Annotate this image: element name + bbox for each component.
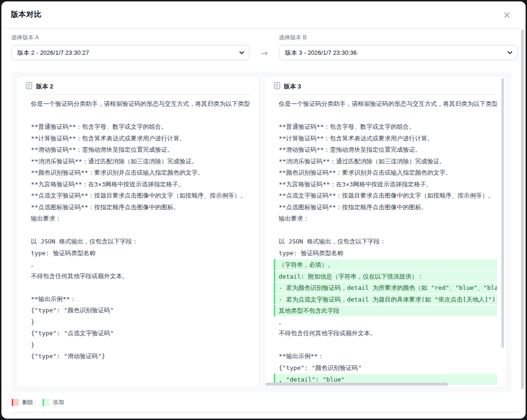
text-line: **消消乐验证码**：通过匹配消除（如三连消除）完成验证。 — [274, 156, 498, 168]
text-line: 不得包含任何其他字段或额外文本。 — [26, 271, 249, 282]
dialog-title: 版本对比 — [11, 10, 42, 20]
blank-line — [26, 282, 249, 294]
diff-added-line: - 若为点选文字验证码，detail 为题目的具体要求(如 "依次点击[天地人]… — [274, 294, 498, 305]
blank-line — [26, 225, 249, 236]
text-line: type: 验证码类型名称 — [26, 248, 249, 259]
text-line: {"type": "颜色识别验证码" — [274, 362, 498, 374]
version-a-panel-header: 版本 2 — [26, 82, 249, 91]
text-line: 输出要求： — [26, 213, 249, 225]
version-b-panel-title: 版本 3 — [284, 82, 301, 91]
dialog-header: 版本对比 — [1, 1, 526, 29]
text-line: **点选图标验证码**：按指定顺序点击图像中的图标。 — [274, 202, 498, 214]
text-line: **滑动验证码**：需拖动滑块至指定位置完成验证。 — [26, 144, 249, 156]
blank-line — [274, 339, 498, 351]
legend-added-label: 添加 — [53, 398, 64, 406]
document-icon — [26, 82, 32, 91]
text-line: **颜色识别验证码**：要求识别并点击或输入指定颜色的文字。 — [26, 167, 249, 179]
compare-container: 版本 2 你是一个验证码分类助手，请根据验证码的形态与交互方式，将其归类为以下类… — [11, 71, 512, 392]
text-line: **滑动验证码**：需拖动滑块至指定位置完成验证。 — [274, 144, 498, 156]
text-line: 以 JSON 格式输出，仅包含以下字段： — [26, 236, 249, 248]
text-line: **普通验证码**：包含字母、数字或文字的组合。 — [274, 121, 498, 133]
text-line: **点选图标验证码**：按指定顺序点击图像中的图标。 — [26, 202, 249, 214]
panel-separator — [274, 95, 498, 95]
arrow-right-icon: → — [249, 45, 279, 60]
version-a-content: 你是一个验证码分类助手，请根据验证码的形态与交互方式，将其归类为以下类型之一：*… — [26, 98, 249, 362]
text-line: **九宫格验证码**：在3×3网格中按提示选择指定格子。 — [26, 179, 249, 191]
text-line: {"type": "滑动验证码"} — [26, 351, 249, 362]
text-line: } — [26, 317, 249, 328]
added-swatch — [43, 399, 50, 406]
version-compare-dialog: 版本对比 × 选择版本 A 版本 2 - 2026/1/7 23:30:27 →… — [1, 1, 526, 419]
close-icon[interactable]: × — [501, 9, 512, 21]
removed-swatch — [12, 399, 19, 406]
version-a-panel-title: 版本 2 — [36, 82, 53, 91]
text-line: **计算验证码**：包含算术表达式或要求用户进行计算。 — [26, 133, 249, 145]
dialog-vertical-scrollbar[interactable] — [521, 29, 524, 389]
blank-line — [26, 110, 249, 122]
panel-horizontal-scrollbar[interactable] — [265, 383, 448, 386]
version-b-panel-header: 版本 3 — [274, 82, 498, 91]
text-line: **输出示例**： — [274, 351, 498, 362]
text-line: {"type": "颜色识别验证码" — [26, 305, 249, 317]
version-a-label: 选择版本 A — [11, 34, 249, 42]
text-line: **普通验证码**：包含字母、数字或文字的组合。 — [26, 121, 249, 133]
text-line: 以 JSON 格式输出，仅包含以下字段： — [274, 236, 498, 248]
text-line: **计算验证码**：包含算术表达式或要求用户进行计算。 — [274, 133, 498, 145]
text-line: **颜色识别验证码**：要求识别并点击或输入指定颜色的文字。 — [274, 167, 498, 179]
blank-line — [274, 110, 498, 122]
text-line: **点选文字验证码**：按题目要求点击图像中的文字（如按顺序、按示例等）。 — [26, 190, 249, 202]
text-line: } — [26, 339, 249, 351]
document-icon — [274, 82, 280, 91]
panel-separator — [26, 95, 249, 95]
version-a-select[interactable]: 版本 2 - 2026/1/7 23:30:27 — [11, 45, 249, 60]
text-line: **九宫格验证码**：在3×3网格中按提示选择指定格子。 — [274, 179, 498, 191]
panel-vertical-scrollbar[interactable] — [501, 78, 504, 348]
version-b-panel: 版本 3 你是一个验证码分类助手，请根据验证码的形态与交互方式，将其归类为以下类… — [264, 76, 507, 388]
text-line: 。 — [274, 317, 498, 328]
version-b-content: 你是一个验证码分类助手，请根据验证码的形态与交互方式，将其归类为以下类型之一：*… — [274, 98, 498, 385]
text-line: 你是一个验证码分类助手，请根据验证码的形态与交互方式，将其归类为以下类型之一： — [274, 98, 498, 110]
text-line: **消消乐验证码**：通过匹配消除（如三连消除）完成验证。 — [26, 156, 249, 168]
version-b-select[interactable]: 版本 3 - 2026/1/7 23:30:36 — [279, 45, 518, 60]
text-line: {"type": "点选文字验证码" — [26, 328, 249, 339]
legend-removed: 删除 — [12, 398, 33, 406]
text-line: 不得包含任何其他字段或额外文本。 — [274, 328, 498, 339]
text-line: 你是一个验证码分类助手，请根据验证码的形态与交互方式，将其归类为以下类型之一： — [26, 98, 249, 110]
legend-removed-label: 删除 — [22, 398, 33, 406]
text-line: **输出示例**： — [26, 294, 249, 305]
footer-separator — [11, 412, 519, 413]
blank-line — [274, 225, 498, 236]
text-line: 。 — [26, 259, 249, 271]
diff-added-line: （字符串，必填）。 — [274, 259, 498, 271]
version-a-panel: 版本 2 你是一个验证码分类助手，请根据验证码的形态与交互方式，将其归类为以下类… — [16, 76, 259, 388]
diff-added-line: - 若为颜色识别验证码，detail 为所要求的颜色（如 "red"、"blue… — [274, 282, 498, 294]
text-line: **点选文字验证码**：按题目要求点击图像中的文字（如按顺序、按示例等）。 — [274, 190, 498, 202]
diff-legend: 删除 添加 — [12, 398, 64, 406]
legend-added: 添加 — [43, 398, 64, 406]
version-selector-row: 选择版本 A 版本 2 - 2026/1/7 23:30:27 → 选择版本 B… — [11, 34, 518, 60]
diff-added-line: 其他类型不包含此字段 — [274, 305, 498, 317]
diff-added-line: detail: 附加信息（字符串，仅在以下情况提供）： — [274, 271, 498, 282]
text-line: type: 验证码类型名称 — [274, 248, 498, 259]
text-line: 输出要求： — [274, 213, 498, 225]
version-b-label: 选择版本 B — [279, 34, 518, 42]
